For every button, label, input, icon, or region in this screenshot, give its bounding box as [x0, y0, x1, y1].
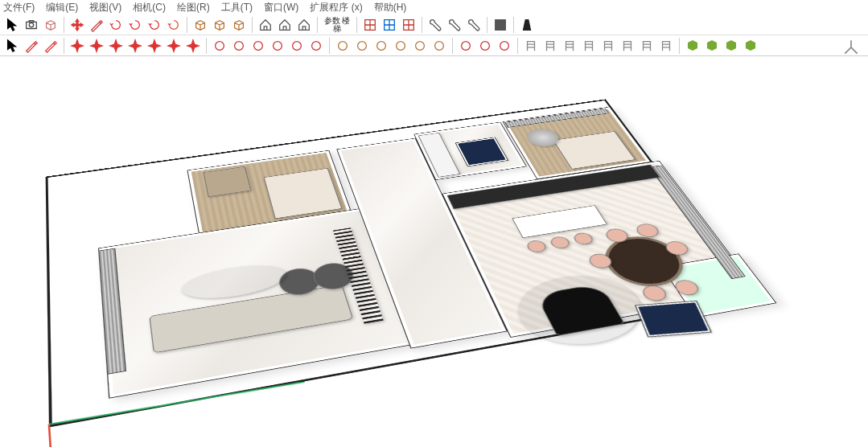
box-icon[interactable] [191, 16, 209, 34]
toolbar-separator [452, 38, 453, 54]
red4-icon[interactable] [269, 37, 286, 55]
chair7-icon[interactable] [638, 37, 656, 55]
chair2-icon[interactable] [541, 37, 559, 55]
menu-help[interactable]: 帮助(H) [374, 1, 407, 14]
toolbar-separator [206, 38, 207, 54]
menu-window[interactable]: 窗口(W) [264, 1, 298, 14]
home3-icon[interactable] [295, 16, 313, 34]
menu-draw[interactable]: 绘图(R) [177, 1, 210, 14]
chair3-icon[interactable] [561, 37, 578, 55]
window3-icon[interactable] [400, 16, 418, 34]
spark6-icon[interactable] [165, 37, 183, 55]
box3-icon[interactable] [230, 16, 248, 34]
chair4-icon[interactable] [580, 37, 598, 55]
viewport-3d[interactable] [0, 56, 868, 447]
menu-bar: 文件(F) 编辑(E) 视图(V) 相机(C) 绘图(R) 工具(T) 窗口(W… [0, 0, 868, 14]
chair5-icon[interactable] [599, 37, 617, 55]
redA-icon[interactable] [457, 37, 475, 55]
brown1-icon[interactable] [334, 37, 352, 55]
offset-icon[interactable] [165, 16, 183, 34]
select-arrow[interactable] [3, 37, 21, 55]
red2-icon[interactable] [230, 37, 248, 55]
corner-axes-icon[interactable] [842, 39, 860, 56]
green3-icon[interactable] [722, 37, 740, 55]
chair1-icon[interactable] [522, 37, 540, 55]
red1-icon[interactable] [211, 37, 228, 55]
brown3-icon[interactable] [372, 37, 390, 55]
wrench-icon[interactable] [426, 16, 444, 34]
menu-camera[interactable]: 相机(C) [133, 1, 166, 14]
spark2-icon[interactable] [88, 37, 105, 55]
redB-icon[interactable] [476, 37, 494, 55]
toolbar-separator [517, 38, 518, 54]
spark4-icon[interactable] [126, 37, 144, 55]
spark7-icon[interactable] [184, 37, 202, 55]
toolbar-separator [487, 17, 487, 33]
toolbar-separator [64, 17, 64, 33]
follow-icon[interactable] [126, 16, 144, 34]
window-icon[interactable] [361, 16, 379, 34]
move-icon[interactable] [68, 16, 86, 34]
slider-icon[interactable] [465, 16, 483, 34]
draw-icon[interactable] [23, 37, 40, 55]
toolbar-separator [679, 38, 680, 54]
box2-icon[interactable] [211, 16, 228, 34]
red3-icon[interactable] [249, 37, 267, 55]
green4-icon[interactable] [742, 37, 759, 55]
redC-icon[interactable] [496, 37, 513, 55]
red5-icon[interactable] [288, 37, 306, 55]
brown6-icon[interactable] [430, 37, 448, 55]
camera-icon[interactable] [23, 16, 40, 34]
toolbar-separator [356, 17, 357, 33]
toolbar-separator [317, 17, 318, 33]
road-icon[interactable] [518, 16, 536, 34]
menu-edit[interactable]: 编辑(E) [46, 1, 78, 14]
pencil-icon[interactable] [42, 37, 60, 55]
toolbar-row-1: 参数 楼梯 [0, 14, 868, 35]
menu-tools[interactable]: 工具(T) [221, 1, 253, 14]
stairs-label: 参数 楼梯 [322, 17, 352, 33]
stairs-icon[interactable]: 参数 楼梯 [322, 11, 352, 39]
spark3-icon[interactable] [107, 37, 125, 55]
home2-icon[interactable] [276, 16, 294, 34]
toolbar-separator [329, 38, 330, 54]
toolbar-separator [64, 38, 64, 54]
green2-icon[interactable] [703, 37, 721, 55]
spark5-icon[interactable] [146, 37, 163, 55]
wrench2-icon[interactable] [446, 16, 463, 34]
toolbar-separator [187, 17, 187, 33]
rotate-icon[interactable] [107, 16, 125, 34]
red6-icon[interactable] [307, 37, 325, 55]
line-icon[interactable] [88, 16, 105, 34]
floorplan-model[interactable] [46, 95, 810, 447]
scale-icon[interactable] [146, 16, 163, 34]
chair8-icon[interactable] [657, 37, 675, 55]
window2-icon[interactable] [381, 16, 398, 34]
cube-icon[interactable] [42, 16, 60, 34]
check-icon[interactable] [492, 16, 509, 34]
toolbar-row-2 [0, 35, 868, 56]
brown5-icon[interactable] [411, 37, 429, 55]
select-arrow[interactable] [3, 16, 21, 34]
toolbar-separator [513, 17, 514, 33]
spark-icon[interactable] [68, 37, 86, 55]
menu-view[interactable]: 视图(V) [89, 1, 121, 14]
menu-file[interactable]: 文件(F) [3, 1, 35, 14]
green1-icon[interactable] [684, 37, 701, 55]
toolbar-separator [252, 17, 253, 33]
toolbar-separator [422, 17, 422, 33]
axis-red [48, 424, 58, 447]
home-icon[interactable] [257, 16, 274, 34]
chair6-icon[interactable] [619, 37, 636, 55]
brown2-icon[interactable] [353, 37, 371, 55]
brown4-icon[interactable] [392, 37, 409, 55]
